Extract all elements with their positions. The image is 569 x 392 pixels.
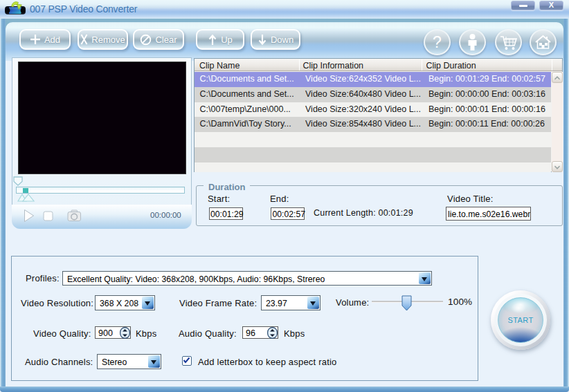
svg-text:?: ? xyxy=(433,33,442,51)
